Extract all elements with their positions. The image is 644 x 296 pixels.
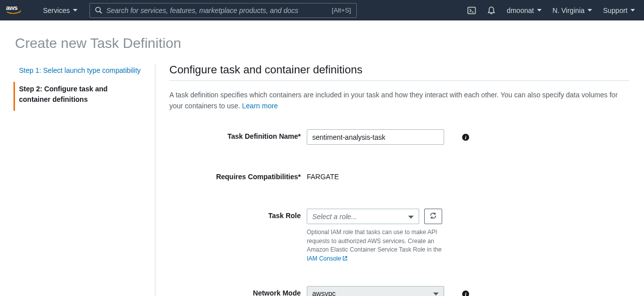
support-label: Support <box>603 6 628 14</box>
services-menu[interactable]: Services <box>43 6 77 14</box>
caret-down-icon <box>537 9 542 12</box>
external-link-icon <box>341 255 348 262</box>
region-label: N. Virginia <box>553 6 585 14</box>
account-menu[interactable]: dmoonat <box>507 6 541 14</box>
svg-point-1 <box>95 7 100 11</box>
task-role-select[interactable]: Select a role... <box>307 209 419 224</box>
row-task-role: Task Role Select a role... <box>169 209 629 263</box>
cloudshell-icon[interactable] <box>467 6 476 15</box>
compat-value: FARGATE <box>307 170 457 181</box>
page-title: Create new Task Definition <box>0 20 644 63</box>
section-description: A task definition specifies which contai… <box>169 90 629 111</box>
notifications-icon[interactable] <box>487 6 496 15</box>
svg-line-2 <box>99 11 101 13</box>
wizard-step-2[interactable]: Step 2: Configure task and container def… <box>13 82 141 111</box>
network-mode-select[interactable]: awsvpc <box>307 286 444 296</box>
task-role-help: Optional IAM role that tasks can use to … <box>307 228 442 263</box>
row-network-mode: Network Mode awsvpc If you choose <defau… <box>169 286 629 296</box>
network-mode-value: awsvpc <box>312 290 433 296</box>
aws-logo[interactable]: aws <box>6 4 24 16</box>
caret-down-icon <box>408 213 414 221</box>
wizard-step-1[interactable]: Step 1: Select launch type compatibility <box>15 63 141 82</box>
svg-line-7 <box>344 256 347 259</box>
caret-down-icon <box>73 9 77 12</box>
info-icon[interactable]: i <box>462 133 470 141</box>
top-nav: aws Services [Alt+S] d <box>0 0 644 20</box>
label-task-role: Task Role <box>169 209 307 220</box>
user-label: dmoonat <box>507 6 534 14</box>
learn-more-link[interactable]: Learn more <box>242 102 278 110</box>
global-search[interactable]: [Alt+S] <box>89 3 357 18</box>
refresh-icon <box>429 212 437 221</box>
label-network-mode: Network Mode <box>169 286 307 296</box>
main-panel: Configure task and container definitions… <box>155 63 629 296</box>
caret-down-icon <box>631 9 635 12</box>
label-compat: Requires Compatibilities* <box>169 170 307 181</box>
caret-down-icon <box>433 290 439 296</box>
search-shortcut: [Alt+S] <box>332 6 351 14</box>
refresh-roles-button[interactable] <box>424 209 442 224</box>
row-compat: Requires Compatibilities* FARGATE <box>169 170 629 181</box>
region-menu[interactable]: N. Virginia <box>553 6 592 14</box>
section-title: Configure task and container definitions <box>169 63 629 81</box>
caret-down-icon <box>588 9 592 12</box>
row-task-name: Task Definition Name* i <box>169 129 629 145</box>
support-menu[interactable]: Support <box>603 6 635 14</box>
wizard-steps: Step 1: Select launch type compatibility… <box>15 63 155 296</box>
svg-text:aws: aws <box>6 4 17 11</box>
search-input[interactable] <box>106 6 332 14</box>
search-icon <box>95 6 102 14</box>
task-name-input[interactable] <box>307 129 444 145</box>
services-label: Services <box>43 6 70 14</box>
info-icon[interactable]: i <box>462 290 470 296</box>
label-task-name: Task Definition Name* <box>169 129 307 140</box>
task-role-placeholder: Select a role... <box>312 213 408 221</box>
iam-console-link[interactable]: IAM Console <box>307 255 348 262</box>
